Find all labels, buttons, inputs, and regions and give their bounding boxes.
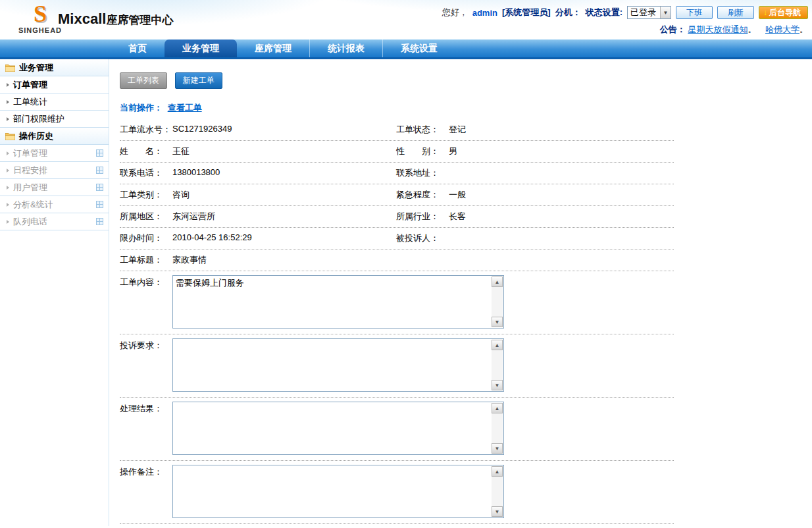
scrollbar[interactable]: ▲ ▼ — [492, 466, 503, 517]
scroll-up-icon[interactable]: ▲ — [492, 277, 503, 287]
field-value-title: 家政事情 — [172, 254, 674, 266]
sidebar-item-label: 用户管理 — [13, 182, 47, 194]
content-textarea-value: 需要保姆上门服务 — [176, 277, 489, 327]
announcement-bar: 公告： 星期天放假通知。 哈佛大学。 — [442, 24, 808, 36]
form-row-name-gender: 姓 名：王征 性 别：男 — [120, 141, 674, 163]
form-row-deadline-complainee: 限办时间：2010-04-25 16:52:29 被投诉人： — [120, 228, 674, 250]
sidebar-item-workorder-stats[interactable]: 工单统计 — [0, 93, 109, 111]
sidebar-item-order-management-2[interactable]: 订单管理 — [0, 145, 109, 162]
announcement-label: 公告： — [660, 24, 686, 34]
current-operation: 当前操作： 查看工单 — [120, 102, 812, 114]
content-textarea[interactable]: 需要保姆上门服务 ▲ ▼ — [172, 275, 504, 329]
app-title-en: Mixcall — [58, 11, 106, 27]
scroll-up-icon[interactable]: ▲ — [492, 466, 503, 477]
field-label-address: 联系地址： — [396, 167, 449, 179]
scroll-down-icon[interactable]: ▼ — [492, 380, 503, 390]
extension-label: 分机： — [555, 7, 581, 18]
scrollbar[interactable]: ▲ ▼ — [492, 340, 503, 390]
status-dropdown-value: 已登录 — [630, 7, 656, 18]
main-nav: 首页 业务管理 座席管理 统计报表 系统设置 — [0, 40, 812, 59]
field-value-name: 王征 — [172, 145, 396, 157]
sidebar-item-label: 工单统计 — [13, 96, 47, 108]
workorder-list-button[interactable]: 工单列表 — [120, 72, 167, 89]
workorder-toolbar: 工单列表 新建工单 — [120, 72, 812, 89]
field-label-deadline: 限办时间： — [120, 232, 172, 244]
status-dropdown[interactable]: 已登录 ▼ — [627, 6, 671, 19]
field-value-deadline: 2010-04-25 16:52:29 — [172, 232, 396, 244]
offwork-button[interactable]: 下班 — [676, 6, 713, 19]
scroll-up-icon[interactable]: ▲ — [492, 340, 503, 350]
sidebar-section-business[interactable]: 业务管理 — [0, 59, 109, 76]
tab-system-settings[interactable]: 系统设置 — [382, 40, 455, 57]
chevron-down-icon[interactable]: ▼ — [660, 7, 671, 18]
field-label-serial: 工单流水号： — [120, 124, 172, 136]
form-row-complaint-request: 投诉要求： ▲ ▼ — [120, 334, 674, 398]
tab-business-management[interactable]: 业务管理 — [165, 40, 237, 57]
sidebar-item-label: 分析&统计 — [13, 199, 53, 211]
sidebar-section-history[interactable]: 操作历史 — [0, 128, 109, 145]
triangle-bullet-icon — [7, 186, 9, 190]
grid-icon — [96, 184, 103, 191]
sidebar-item-schedule[interactable]: 日程安排 — [0, 162, 109, 179]
singhead-logo: S SINGHEAD — [17, 1, 63, 34]
scrollbar[interactable]: ▲ ▼ — [492, 277, 503, 327]
remark-textarea[interactable]: ▲ ▼ — [172, 465, 504, 518]
scroll-down-icon[interactable]: ▼ — [492, 317, 503, 327]
triangle-bullet-icon — [7, 100, 9, 104]
folder-icon — [5, 132, 15, 140]
field-value-serial: SC1271926349 — [172, 124, 396, 136]
tab-home[interactable]: 首页 — [111, 40, 165, 57]
header: S SINGHEAD Mixcall座席管理中心 您好， admin [系统管理… — [0, 0, 812, 40]
triangle-bullet-icon — [7, 220, 9, 224]
triangle-bullet-icon — [7, 169, 9, 172]
field-label-name: 姓 名： — [120, 145, 172, 157]
user-status-bar: 您好， admin [系统管理员] 分机： 状态设置: 已登录 ▼ 下班 刷新 … — [442, 5, 808, 20]
sidebar-item-label: 日程安排 — [13, 165, 47, 176]
form-row-result: 处理结果： ▲ ▼ — [120, 398, 674, 461]
logo-text: SINGHEAD — [17, 26, 63, 34]
result-textarea[interactable]: ▲ ▼ — [172, 402, 504, 455]
complaint-request-textarea[interactable]: ▲ ▼ — [172, 338, 504, 392]
sidebar-item-analysis-stats[interactable]: 分析&统计 — [0, 196, 109, 213]
scrollbar[interactable]: ▲ ▼ — [492, 403, 503, 454]
tab-seat-management[interactable]: 座席管理 — [237, 40, 309, 57]
status-set-label: 状态设置: — [586, 7, 622, 18]
sidebar-section-title: 操作历史 — [19, 130, 53, 142]
grid-icon — [96, 167, 103, 174]
field-value-phone: 1380013800 — [172, 167, 396, 179]
field-label-urgency: 紧急程度： — [396, 189, 449, 201]
sidebar-item-queue-calls[interactable]: 队列电话 — [0, 213, 109, 230]
form-row-category-urgency: 工单类别：咨询 紧急程度：一般 — [120, 184, 674, 206]
new-workorder-button[interactable]: 新建工单 — [175, 72, 222, 89]
app-title-zh: 座席管理中心 — [106, 14, 173, 26]
scroll-up-icon[interactable]: ▲ — [492, 403, 503, 413]
triangle-bullet-icon — [7, 151, 9, 155]
announcement-link-2[interactable]: 哈佛大学 — [765, 24, 799, 34]
sidebar-item-label: 订单管理 — [13, 79, 47, 91]
field-value-region: 东河运营所 — [172, 211, 396, 223]
sidebar: 业务管理 订单管理 工单统计 部门权限维护 操作历史 订单管理 日程安排 — [0, 59, 109, 526]
header-right: 您好， admin [系统管理员] 分机： 状态设置: 已登录 ▼ 下班 刷新 … — [442, 5, 808, 36]
triangle-bullet-icon — [7, 117, 9, 121]
field-label-result: 处理结果： — [120, 402, 172, 455]
sidebar-item-user-management[interactable]: 用户管理 — [0, 179, 109, 196]
user-role: [系统管理员] — [502, 7, 551, 18]
field-label-remark: 操作备注： — [120, 465, 172, 518]
folder-icon — [5, 64, 15, 72]
tab-statistics-reports[interactable]: 统计报表 — [309, 40, 382, 57]
field-label-content: 工单内容： — [120, 275, 172, 329]
sidebar-item-order-management[interactable]: 订单管理 — [0, 76, 109, 93]
announcement-dot-1: 。 — [748, 24, 756, 34]
backend-nav-button[interactable]: ↓后台导航 — [759, 6, 808, 19]
announcement-link-1[interactable]: 星期天放假通知 — [688, 24, 748, 34]
field-label-phone: 联系电话： — [120, 167, 172, 179]
scroll-down-icon[interactable]: ▼ — [492, 443, 503, 454]
scroll-down-icon[interactable]: ▼ — [492, 506, 503, 517]
refresh-button[interactable]: 刷新 — [717, 6, 754, 19]
sidebar-item-dept-permission[interactable]: 部门权限维护 — [0, 111, 109, 128]
field-value-complainee — [449, 232, 674, 244]
triangle-bullet-icon — [7, 83, 9, 87]
field-value-industry: 长客 — [449, 211, 674, 223]
form-row-content: 工单内容： 需要保姆上门服务 ▲ ▼ — [120, 271, 674, 334]
content-container: 业务管理 订单管理 工单统计 部门权限维护 操作历史 订单管理 日程安排 — [0, 59, 812, 526]
